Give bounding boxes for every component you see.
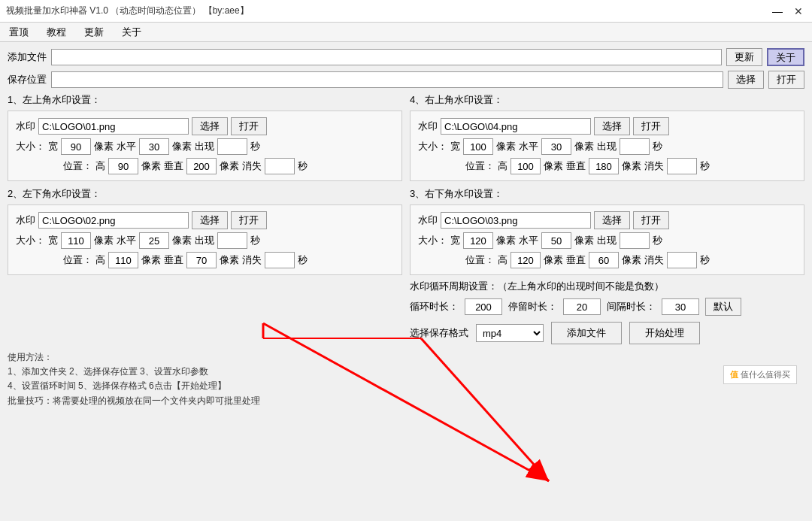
appear-duration-label: 循环时长： <box>410 300 459 314</box>
bottom-left-title: 2、左下角水印设置： <box>8 187 402 201</box>
top-left-watermark-input[interactable] <box>38 118 189 135</box>
stay-duration-input[interactable] <box>563 298 601 315</box>
cycle-row: 循环时长： 停留时长： 间隔时长： 默认 <box>410 298 804 316</box>
bottom-right-height-row: 大小： 位置： 高 像素 垂直 像素 消失 秒 <box>418 252 796 268</box>
top-left-watermark-label: 水印 <box>16 120 35 133</box>
interval-label: 间隔时长： <box>607 300 656 314</box>
bottom-left-width-input[interactable] <box>61 232 91 249</box>
bottom-left-horz-input[interactable] <box>139 232 169 249</box>
bottom-right-appear-input[interactable] <box>620 232 650 249</box>
top-right-vert-input[interactable] <box>589 158 619 174</box>
top-right-width-input[interactable] <box>463 138 493 155</box>
top-left-vert-input[interactable] <box>186 158 217 174</box>
usage-section: 使用方法： 1、添加文件夹 2、选择保存位置 3、设置水印参数 4、设置循环时间… <box>8 350 398 408</box>
top-right-select-button[interactable]: 选择 <box>594 117 630 135</box>
save-select-button[interactable]: 选择 <box>728 71 764 89</box>
bottom-left-vert-input[interactable] <box>186 252 217 268</box>
top-left-horz-input[interactable] <box>139 138 169 155</box>
bottom-right-horz-input[interactable] <box>541 232 571 249</box>
save-path-label: 保存位置 <box>8 73 47 86</box>
top-right-watermark-row: 水印 选择 打开 <box>418 117 796 135</box>
bottom-left-appear-unit: 秒 <box>250 234 260 247</box>
bottom-left-appear-label: 出现 <box>195 234 214 247</box>
bottom-right-title: 3、右下角水印设置： <box>410 187 804 201</box>
bottom-left-vert-label: 垂直 <box>164 253 183 267</box>
bottom-left-disappear-input[interactable] <box>265 252 295 268</box>
appear-duration-input[interactable] <box>465 298 502 315</box>
bottom-left-appear-input[interactable] <box>217 232 247 249</box>
bottom-left-watermark-label: 水印 <box>16 214 35 227</box>
top-left-height-input[interactable] <box>108 158 138 174</box>
watermark-panels-bottom: 2、左下角水印设置： 水印 选择 打开 大小： 宽 像素 水平 <box>8 187 804 344</box>
bottom-left-size-row: 大小： 宽 像素 水平 像素 出现 秒 <box>16 232 394 249</box>
minimize-button[interactable]: — <box>770 4 785 19</box>
save-path-input[interactable] <box>51 71 723 88</box>
bottom-right-width-label: 宽 <box>450 234 460 247</box>
format-select[interactable]: mp4 avi mkv mov <box>476 324 544 342</box>
bottom-left-size-label: 大小： <box>16 234 45 247</box>
bottom-left-open-button[interactable]: 打开 <box>231 211 267 229</box>
bottom-right-vert-input[interactable] <box>589 252 619 268</box>
watermark-panels-top: 1、左上角水印设置： 水印 选择 打开 大小： 宽 像素 水平 <box>8 93 804 181</box>
bottom-left-vert-unit: 像素 <box>220 253 239 267</box>
top-right-horz-input[interactable] <box>541 138 571 155</box>
top-left-width-label: 宽 <box>48 140 58 153</box>
title-bar: 视频批量加水印神器 V1.0 （动态时间动态位置） 【by:aee】 — ✕ <box>0 0 812 23</box>
top-right-vert-label: 垂直 <box>566 159 586 173</box>
top-left-disappear-input[interactable] <box>265 158 295 174</box>
top-left-open-button[interactable]: 打开 <box>231 117 267 135</box>
bottom-right-vert-unit: 像素 <box>622 253 641 267</box>
save-open-button[interactable]: 打开 <box>768 71 804 89</box>
top-right-disappear-input[interactable] <box>667 158 697 174</box>
top-left-height-row: 大小： 位置： 高 像素 垂直 像素 消失 秒 <box>16 158 394 174</box>
bottom-left-select-button[interactable]: 选择 <box>192 211 228 229</box>
bottom-left-height-input[interactable] <box>108 252 138 268</box>
bottom-right-watermark-input[interactable] <box>441 212 591 229</box>
top-right-appear-unit: 秒 <box>653 140 662 153</box>
menu-bar: 置顶 教程 更新 关于 <box>0 23 812 42</box>
bottom-right-width-input[interactable] <box>463 232 493 249</box>
menu-item-pin[interactable]: 置顶 <box>6 24 32 41</box>
bottom-right-pos-label: 位置： <box>465 253 495 267</box>
top-right-height-input[interactable] <box>511 158 541 174</box>
add-file-input[interactable] <box>51 49 722 65</box>
add-file-label: 添加文件 <box>8 50 47 64</box>
top-left-disappear-unit: 秒 <box>298 159 308 173</box>
top-right-open-button[interactable]: 打开 <box>633 117 669 135</box>
update-button[interactable]: 更新 <box>726 48 762 66</box>
top-right-watermark-input[interactable] <box>441 118 591 135</box>
top-left-width-unit: 像素 <box>94 140 114 153</box>
add-file-button[interactable]: 添加文件 <box>551 322 622 344</box>
default-button[interactable]: 默认 <box>705 298 741 316</box>
top-right-size-row: 大小： 宽 像素 水平 像素 出现 秒 <box>418 138 796 155</box>
top-left-appear-input[interactable] <box>217 138 247 155</box>
interval-input[interactable] <box>662 298 699 315</box>
top-right-appear-input[interactable] <box>620 138 650 155</box>
bottom-right-open-button[interactable]: 打开 <box>633 211 669 229</box>
menu-item-update[interactable]: 更新 <box>81 24 107 41</box>
bottom-right-height-input[interactable] <box>511 252 541 268</box>
bottom-right-size-label: 大小： <box>418 234 447 247</box>
bottom-right-disappear-input[interactable] <box>667 252 697 268</box>
top-left-appear-unit: 秒 <box>250 140 260 153</box>
top-right-horz-label: 水平 <box>519 140 538 153</box>
top-right-width-unit: 像素 <box>496 140 516 153</box>
bottom-left-watermark-row: 水印 选择 打开 <box>16 211 394 229</box>
about-button[interactable]: 关于 <box>767 48 804 66</box>
bottom-right-select-button[interactable]: 选择 <box>594 211 630 229</box>
usage-tip: 批量技巧：将需要处理的视频放在同一个文件夹内即可批里处理 <box>8 394 398 408</box>
close-button[interactable]: ✕ <box>791 4 806 19</box>
bottom-left-height-label: 高 <box>95 253 105 267</box>
top-right-size-label: 大小： <box>418 140 447 153</box>
top-left-height-unit: 像素 <box>141 159 161 173</box>
top-left-select-button[interactable]: 选择 <box>192 117 228 135</box>
top-left-width-input[interactable] <box>61 138 91 155</box>
menu-item-about[interactable]: 关于 <box>119 24 144 41</box>
usage-title: 使用方法： <box>8 350 398 365</box>
bottom-left-width-unit: 像素 <box>94 234 114 247</box>
logo-icon: 值 <box>730 370 738 379</box>
bottom-left-watermark-input[interactable] <box>38 212 189 229</box>
cycle-section: 水印循环周期设置：（左上角水印的出现时间不能是负数） 循环时长： 停留时长： 间… <box>410 280 804 344</box>
start-process-button[interactable]: 开始处理 <box>629 322 700 344</box>
menu-item-tutorial[interactable]: 教程 <box>44 24 69 41</box>
